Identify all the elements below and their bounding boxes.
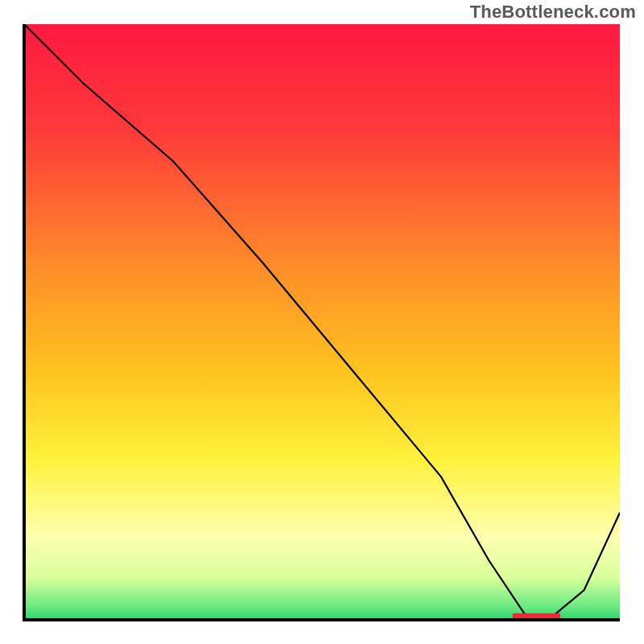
chart-container: TheBottleneck.com: [0, 0, 644, 644]
gradient-background: [24, 24, 620, 620]
bottleneck-chart: [0, 0, 644, 644]
watermark-label: TheBottleneck.com: [470, 2, 636, 23]
